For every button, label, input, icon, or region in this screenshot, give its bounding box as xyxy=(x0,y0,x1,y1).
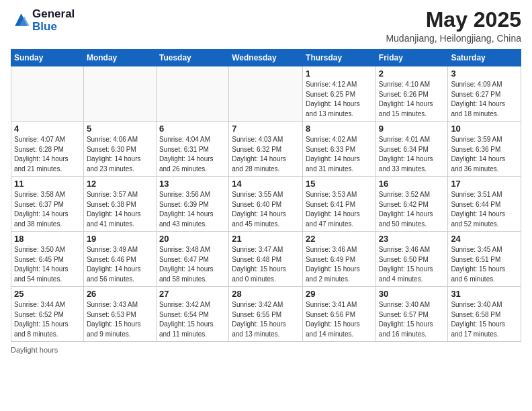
calendar-cell: 5Sunrise: 4:06 AM Sunset: 6:30 PM Daylig… xyxy=(83,122,156,177)
day-number: 28 xyxy=(232,289,300,299)
day-info: Sunrise: 3:41 AM Sunset: 6:56 PM Dayligh… xyxy=(306,300,373,339)
day-info: Sunrise: 3:53 AM Sunset: 6:41 PM Dayligh… xyxy=(306,190,373,229)
logo-text-line2: Blue xyxy=(32,21,75,34)
day-number: 25 xyxy=(14,289,81,299)
calendar-week-2: 4Sunrise: 4:07 AM Sunset: 6:28 PM Daylig… xyxy=(11,122,521,177)
calendar-cell: 30Sunrise: 3:40 AM Sunset: 6:57 PM Dayli… xyxy=(375,287,448,342)
day-number: 12 xyxy=(87,179,153,189)
calendar-cell: 23Sunrise: 3:46 AM Sunset: 6:50 PM Dayli… xyxy=(375,232,448,287)
calendar-header-saturday: Saturday xyxy=(448,50,521,66)
calendar-cell: 9Sunrise: 4:01 AM Sunset: 6:34 PM Daylig… xyxy=(375,122,448,177)
day-number: 9 xyxy=(379,124,445,134)
calendar-cell: 26Sunrise: 3:43 AM Sunset: 6:53 PM Dayli… xyxy=(83,287,156,342)
day-info: Sunrise: 3:59 AM Sunset: 6:36 PM Dayligh… xyxy=(451,135,518,174)
calendar-week-3: 11Sunrise: 3:58 AM Sunset: 6:37 PM Dayli… xyxy=(11,177,521,232)
day-number: 29 xyxy=(306,289,373,299)
calendar-cell: 22Sunrise: 3:46 AM Sunset: 6:49 PM Dayli… xyxy=(303,232,376,287)
day-info: Sunrise: 4:12 AM Sunset: 6:25 PM Dayligh… xyxy=(306,80,373,119)
day-info: Sunrise: 3:45 AM Sunset: 6:51 PM Dayligh… xyxy=(451,245,518,284)
day-number: 5 xyxy=(87,124,153,134)
calendar-header-thursday: Thursday xyxy=(303,50,376,66)
calendar-cell: 7Sunrise: 4:03 AM Sunset: 6:32 PM Daylig… xyxy=(229,122,303,177)
day-info: Sunrise: 3:51 AM Sunset: 6:44 PM Dayligh… xyxy=(451,190,518,229)
calendar-cell: 10Sunrise: 3:59 AM Sunset: 6:36 PM Dayli… xyxy=(448,122,521,177)
day-number: 15 xyxy=(306,179,373,189)
day-number: 22 xyxy=(306,234,373,244)
calendar-cell: 15Sunrise: 3:53 AM Sunset: 6:41 PM Dayli… xyxy=(303,177,376,232)
day-info: Sunrise: 4:03 AM Sunset: 6:32 PM Dayligh… xyxy=(232,135,300,174)
calendar-cell: 29Sunrise: 3:41 AM Sunset: 6:56 PM Dayli… xyxy=(303,287,376,342)
footer-note: Daylight hours xyxy=(11,346,521,354)
day-info: Sunrise: 3:42 AM Sunset: 6:54 PM Dayligh… xyxy=(159,300,226,339)
day-number: 13 xyxy=(159,179,226,189)
month-title: May 2025 xyxy=(386,8,521,32)
day-number: 16 xyxy=(379,179,445,189)
location: Mudanjiang, Heilongjiang, China xyxy=(386,33,521,44)
day-number: 14 xyxy=(232,179,300,189)
day-number: 2 xyxy=(379,68,445,79)
day-number: 30 xyxy=(379,289,445,299)
calendar-header-monday: Monday xyxy=(83,50,156,66)
day-info: Sunrise: 3:55 AM Sunset: 6:40 PM Dayligh… xyxy=(232,190,300,229)
calendar-week-4: 18Sunrise: 3:50 AM Sunset: 6:45 PM Dayli… xyxy=(11,232,521,287)
day-number: 17 xyxy=(451,179,518,189)
calendar-header-friday: Friday xyxy=(375,50,448,66)
day-info: Sunrise: 3:40 AM Sunset: 6:58 PM Dayligh… xyxy=(451,300,518,339)
day-number: 24 xyxy=(451,234,518,244)
calendar-cell xyxy=(229,66,303,122)
day-number: 27 xyxy=(159,289,226,299)
day-number: 3 xyxy=(451,68,518,79)
calendar-header-row: SundayMondayTuesdayWednesdayThursdayFrid… xyxy=(11,50,521,66)
calendar-cell: 24Sunrise: 3:45 AM Sunset: 6:51 PM Dayli… xyxy=(448,232,521,287)
day-number: 18 xyxy=(14,234,81,244)
calendar-cell xyxy=(11,66,84,122)
day-number: 7 xyxy=(232,124,300,134)
calendar-cell xyxy=(156,66,228,122)
day-info: Sunrise: 3:52 AM Sunset: 6:42 PM Dayligh… xyxy=(379,190,445,229)
calendar-cell: 17Sunrise: 3:51 AM Sunset: 6:44 PM Dayli… xyxy=(448,177,521,232)
calendar-cell: 18Sunrise: 3:50 AM Sunset: 6:45 PM Dayli… xyxy=(11,232,84,287)
day-number: 19 xyxy=(87,234,153,244)
day-info: Sunrise: 3:57 AM Sunset: 6:38 PM Dayligh… xyxy=(87,190,153,229)
day-info: Sunrise: 3:46 AM Sunset: 6:49 PM Dayligh… xyxy=(306,245,373,284)
day-number: 26 xyxy=(87,289,153,299)
day-number: 4 xyxy=(14,124,81,134)
calendar-cell xyxy=(83,66,156,122)
calendar-cell: 25Sunrise: 3:44 AM Sunset: 6:52 PM Dayli… xyxy=(11,287,84,342)
calendar-cell: 16Sunrise: 3:52 AM Sunset: 6:42 PM Dayli… xyxy=(375,177,448,232)
day-info: Sunrise: 3:49 AM Sunset: 6:46 PM Dayligh… xyxy=(87,245,153,284)
calendar-cell: 31Sunrise: 3:40 AM Sunset: 6:58 PM Dayli… xyxy=(448,287,521,342)
day-info: Sunrise: 4:01 AM Sunset: 6:34 PM Dayligh… xyxy=(379,135,445,174)
calendar-cell: 3Sunrise: 4:09 AM Sunset: 6:27 PM Daylig… xyxy=(448,66,521,122)
calendar-cell: 4Sunrise: 4:07 AM Sunset: 6:28 PM Daylig… xyxy=(11,122,84,177)
day-info: Sunrise: 4:04 AM Sunset: 6:31 PM Dayligh… xyxy=(159,135,226,174)
calendar-cell: 13Sunrise: 3:56 AM Sunset: 6:39 PM Dayli… xyxy=(156,177,228,232)
calendar-cell: 27Sunrise: 3:42 AM Sunset: 6:54 PM Dayli… xyxy=(156,287,228,342)
calendar-cell: 28Sunrise: 3:42 AM Sunset: 6:55 PM Dayli… xyxy=(229,287,303,342)
calendar-cell: 8Sunrise: 4:02 AM Sunset: 6:33 PM Daylig… xyxy=(303,122,376,177)
day-number: 1 xyxy=(306,68,373,79)
day-info: Sunrise: 3:56 AM Sunset: 6:39 PM Dayligh… xyxy=(159,190,226,229)
day-number: 23 xyxy=(379,234,445,244)
day-info: Sunrise: 4:09 AM Sunset: 6:27 PM Dayligh… xyxy=(451,80,518,119)
calendar-header-tuesday: Tuesday xyxy=(156,50,228,66)
day-info: Sunrise: 3:47 AM Sunset: 6:48 PM Dayligh… xyxy=(232,245,300,284)
calendar-cell: 21Sunrise: 3:47 AM Sunset: 6:48 PM Dayli… xyxy=(229,232,303,287)
calendar-cell: 14Sunrise: 3:55 AM Sunset: 6:40 PM Dayli… xyxy=(229,177,303,232)
day-info: Sunrise: 3:42 AM Sunset: 6:55 PM Dayligh… xyxy=(232,300,300,339)
calendar-header-sunday: Sunday xyxy=(11,50,84,66)
calendar-cell: 1Sunrise: 4:12 AM Sunset: 6:25 PM Daylig… xyxy=(303,66,376,122)
logo-icon xyxy=(11,11,30,30)
day-info: Sunrise: 3:43 AM Sunset: 6:53 PM Dayligh… xyxy=(87,300,153,339)
day-info: Sunrise: 3:48 AM Sunset: 6:47 PM Dayligh… xyxy=(159,245,226,284)
day-info: Sunrise: 4:10 AM Sunset: 6:26 PM Dayligh… xyxy=(379,80,445,119)
day-info: Sunrise: 3:44 AM Sunset: 6:52 PM Dayligh… xyxy=(14,300,81,339)
day-number: 11 xyxy=(14,179,81,189)
day-info: Sunrise: 4:02 AM Sunset: 6:33 PM Dayligh… xyxy=(306,135,373,174)
day-number: 6 xyxy=(159,124,226,134)
calendar-cell: 2Sunrise: 4:10 AM Sunset: 6:26 PM Daylig… xyxy=(375,66,448,122)
day-number: 31 xyxy=(451,289,518,299)
day-info: Sunrise: 3:50 AM Sunset: 6:45 PM Dayligh… xyxy=(14,245,81,284)
day-number: 10 xyxy=(451,124,518,134)
page-container: General Blue May 2025 Mudanjiang, Heilon… xyxy=(0,0,532,359)
